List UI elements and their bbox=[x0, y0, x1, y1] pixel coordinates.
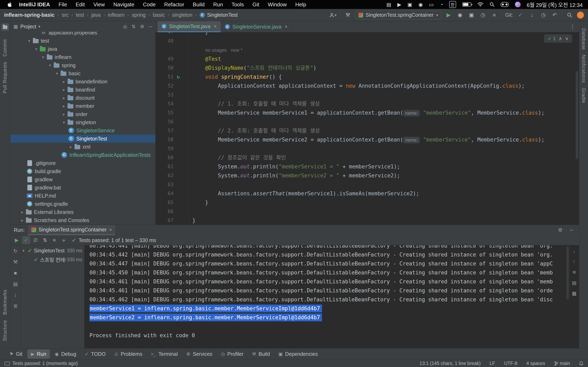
notifications-bell-icon[interactable] bbox=[579, 361, 584, 366]
menu-edit[interactable]: Edit bbox=[71, 1, 89, 8]
chevron-down-icon[interactable]: ▾ bbox=[33, 47, 39, 51]
tree-item-singletontest[interactable]: CSingletonTest bbox=[10, 134, 155, 143]
code-line[interactable]: 50 @DisplayName("스프링 컨테이너의 싱글톤") bbox=[156, 63, 579, 72]
chevron-right-icon[interactable]: ▸ bbox=[61, 79, 67, 84]
git-commit-button[interactable]: ✓ bbox=[516, 11, 525, 19]
chevron-right-icon[interactable]: ▸ bbox=[61, 112, 67, 117]
profiler-button[interactable]: ◷ bbox=[479, 11, 487, 19]
toolwindow-button-run[interactable]: ▶Run bbox=[27, 350, 50, 359]
locate-file-icon[interactable]: ◎ bbox=[123, 24, 127, 29]
code-line[interactable]: 57 // 2. 조회: 호출할 때 마다 객체를 생성 bbox=[156, 126, 579, 135]
breadcrumb-item-singletontest[interactable]: CSingletonTest bbox=[200, 12, 238, 18]
run-button[interactable]: ▶ bbox=[444, 11, 453, 19]
toolwindow-button-debug[interactable]: ◉Debug bbox=[51, 350, 80, 359]
chevron-right-icon[interactable]: ▸ bbox=[19, 210, 25, 215]
project-panel-title[interactable]: Project ▾ bbox=[20, 24, 40, 30]
tree-item-external-libraries[interactable]: ▸External Libraries bbox=[10, 208, 155, 216]
focus-icon[interactable]: ◔ bbox=[440, 2, 443, 8]
tab-singletonservice-java[interactable]: CSingletonService.java× bbox=[221, 21, 292, 32]
scroll-track-icon[interactable]: ↕ bbox=[14, 292, 17, 298]
chevron-down-icon[interactable]: ▾ bbox=[22, 248, 28, 253]
toolwindow-button-build[interactable]: ⚒Build bbox=[248, 350, 273, 359]
chevron-down-icon[interactable]: ▾ bbox=[47, 63, 53, 68]
code-line[interactable]: 47 } bbox=[156, 33, 579, 36]
tree-item-xml[interactable]: ▸xml bbox=[10, 143, 155, 151]
editor-scrollbar[interactable] bbox=[576, 71, 578, 159]
editor-body[interactable]: 47 }48 no usages new *49 @Test50 @Displa… bbox=[156, 33, 579, 225]
console-line[interactable]: 00:34:45.462 [main] DEBUG org.springfram… bbox=[89, 295, 569, 304]
show-ignored-icon[interactable]: ∅ bbox=[31, 236, 40, 244]
show-passed-icon[interactable]: ✓ bbox=[22, 236, 30, 244]
code-line[interactable]: 67} bbox=[156, 216, 579, 225]
settings-icon[interactable]: ⚙ bbox=[140, 24, 144, 29]
breadcrumb-item-basic[interactable]: basic bbox=[153, 12, 165, 18]
chevron-right-icon[interactable]: ▸ bbox=[68, 145, 74, 149]
stripe-label-gradle[interactable]: Gradle bbox=[581, 88, 586, 103]
console-line[interactable]: 00:34:45.441 [main] DEBUG org.springfram… bbox=[89, 245, 569, 250]
account-avatar[interactable] bbox=[577, 12, 584, 18]
code-line[interactable]: 61 System.out.println("memberService1 = … bbox=[156, 162, 579, 171]
git-update-button[interactable]: ↓ bbox=[528, 11, 536, 19]
close-icon[interactable]: × bbox=[285, 24, 287, 30]
chevron-down-icon[interactable]: ▾ bbox=[54, 71, 60, 76]
menu-window[interactable]: Window bbox=[264, 1, 291, 8]
breadcrumb-item-test[interactable]: test bbox=[76, 12, 84, 18]
chevron-right-icon[interactable]: ▸ bbox=[61, 104, 67, 108]
toolwindow-button-git[interactable]: ⚑Git bbox=[6, 350, 26, 359]
print-icon[interactable]: ▤ bbox=[572, 280, 577, 286]
console-line[interactable]: 00:34:45.447 [main] DEBUG org.springfram… bbox=[89, 259, 569, 268]
tree-item-build-gradle[interactable]: Gbuild.gradle bbox=[10, 167, 155, 175]
tree-item-help-md[interactable]: MHELP.md bbox=[10, 192, 155, 200]
status-message[interactable]: Tests passed: 1 (moments ago) bbox=[4, 361, 78, 366]
code-line[interactable]: 63 bbox=[156, 180, 579, 189]
scroll-to-top-icon[interactable]: ↑ bbox=[573, 259, 576, 264]
console-line[interactable]: 00:34:45.461 [main] DEBUG org.springfram… bbox=[89, 277, 569, 286]
soft-wrap-icon[interactable]: ≋ bbox=[572, 269, 576, 275]
run-configuration-selector[interactable]: SingletonTest.springContainer ▾ bbox=[355, 11, 441, 19]
console-line[interactable]: 00:34:45.461 [main] DEBUG org.springfram… bbox=[89, 286, 569, 295]
toolwindow-button-todo[interactable]: ✓TODO bbox=[81, 350, 109, 359]
breadcrumb-item-spring[interactable]: spring bbox=[132, 12, 146, 18]
breadcrumb-item-inflearn-spring-basic[interactable]: inflearn-spring-basic bbox=[4, 12, 54, 18]
menu-refactor[interactable]: Refactor bbox=[160, 1, 189, 8]
code-line[interactable]: 60 // 참조값이 같은 것을 확인 bbox=[156, 153, 579, 162]
tree-item-spring[interactable]: ▾spring bbox=[10, 61, 155, 69]
tree-item-order[interactable]: ▸order bbox=[10, 110, 155, 118]
code-line[interactable]: 49 @Test bbox=[156, 54, 579, 63]
chevron-right-icon[interactable]: ▸ bbox=[61, 96, 67, 100]
breadcrumb-item-inflearn[interactable]: inflearn bbox=[108, 12, 125, 18]
scroll-to-end-icon[interactable]: ↓ bbox=[573, 248, 576, 254]
code-line[interactable]: 51↻ void springContainer() { bbox=[156, 72, 579, 81]
git-rollback-button[interactable]: ↶ bbox=[551, 11, 559, 19]
code-line[interactable]: 59 bbox=[156, 144, 579, 153]
chevron-right-icon[interactable]: ▸ bbox=[61, 87, 67, 92]
file-encoding[interactable]: UTF-8 bbox=[504, 361, 517, 366]
indent-style[interactable]: 4 spaces bbox=[526, 361, 545, 366]
code-line[interactable]: 48 bbox=[156, 36, 579, 45]
stripe-label-database[interactable]: Database bbox=[581, 28, 586, 50]
tree-item-discount[interactable]: ▸discount bbox=[10, 94, 155, 102]
stripe-label-notifications[interactable]: Notifications bbox=[581, 55, 586, 83]
test-tree-item-singletontest[interactable]: ▾✓SingletonTest330 ms bbox=[21, 246, 84, 255]
line-separator[interactable]: LF bbox=[490, 361, 495, 366]
chevron-down-icon[interactable]: ▾ bbox=[40, 55, 46, 59]
stripe-label-structure[interactable]: Structure bbox=[2, 320, 8, 341]
chevron-right-icon[interactable]: ▸ bbox=[19, 218, 25, 223]
chevron-down-icon[interactable]: ▾ bbox=[26, 39, 32, 43]
play-icon[interactable]: ▶ bbox=[397, 2, 401, 8]
rerun-icon[interactable]: ↻ bbox=[13, 248, 17, 254]
pin-tab-icon[interactable]: ▤ bbox=[13, 281, 18, 287]
tree-item-inflearn[interactable]: ▾inflearn bbox=[10, 53, 155, 61]
spotlight-search-icon[interactable] bbox=[490, 2, 494, 7]
display-icon[interactable]: ▭ bbox=[429, 2, 434, 8]
git-history-button[interactable]: ◷ bbox=[539, 11, 547, 19]
code-line[interactable]: 66 bbox=[156, 207, 579, 216]
code-line[interactable]: 58 MemberService memberService2 = applic… bbox=[156, 135, 579, 144]
stripe-label-bookmarks[interactable]: Bookmarks bbox=[2, 290, 8, 315]
menu-build[interactable]: Build bbox=[189, 1, 209, 8]
test-settings-icon[interactable]: ⚒ bbox=[13, 259, 18, 265]
inspections-widget[interactable]: ✓1 ∧ ∨ bbox=[544, 34, 572, 43]
git-branch-widget[interactable]: main bbox=[554, 361, 570, 366]
search-everywhere-button[interactable] bbox=[566, 11, 574, 19]
breadcrumb-item-java[interactable]: java bbox=[91, 12, 101, 18]
